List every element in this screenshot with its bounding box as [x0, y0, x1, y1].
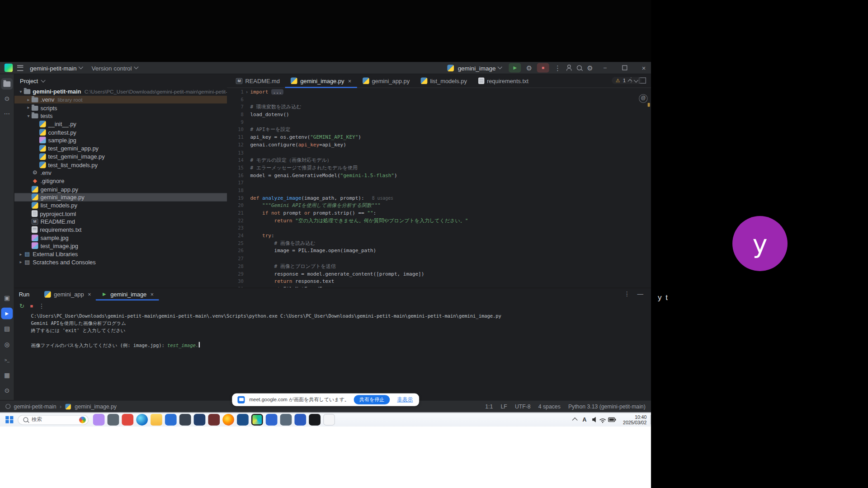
- more-actions-icon[interactable]: ⋮: [554, 65, 561, 71]
- project-panel-header[interactable]: Project: [14, 74, 227, 87]
- line-number[interactable]: 7: [229, 103, 244, 111]
- line-number[interactable]: 20: [229, 202, 244, 210]
- editor-tab-README.md[interactable]: MREADME.md: [230, 74, 285, 87]
- line-number[interactable]: 8: [229, 111, 244, 119]
- taskbar-word-icon[interactable]: [294, 414, 306, 426]
- taskbar-steam-icon[interactable]: [237, 414, 249, 426]
- taskbar-search[interactable]: 検索: [18, 415, 89, 425]
- tree-item-.gitignore[interactable]: ◆.gitignore: [14, 177, 227, 185]
- line-number[interactable]: 21: [229, 210, 244, 217]
- line-number[interactable]: 27: [229, 255, 244, 263]
- tree-chevron-icon[interactable]: ▸: [25, 105, 31, 110]
- line-number[interactable]: 24: [229, 232, 244, 240]
- tree-item-conftest.py[interactable]: conftest.py: [14, 128, 227, 136]
- taskbar-outlook-icon[interactable]: [165, 414, 177, 426]
- tray-status-icons[interactable]: [592, 416, 618, 423]
- console-line[interactable]: 終了するには 'exit' と入力してください: [31, 327, 651, 334]
- console-line[interactable]: C:\Users\PC_User\Downloads\gemini-petit-…: [31, 313, 651, 320]
- line-number[interactable]: 22: [229, 217, 244, 225]
- tree-item-Scratches and Consoles[interactable]: ▸▤Scratches and Consoles: [14, 258, 227, 266]
- editor-tab-gemini_image.py[interactable]: gemini_image.py×: [285, 74, 357, 87]
- taskbar-task-view-icon[interactable]: [108, 414, 119, 426]
- taskbar-github-desktop-icon[interactable]: [208, 414, 220, 426]
- taskbar-clock[interactable]: 10:40 2025/03/02: [623, 414, 646, 425]
- code-line[interactable]: 20 """Gemini APIを使用して画像を分析する関数""": [227, 202, 651, 210]
- tree-item-README.md[interactable]: MREADME.md: [14, 217, 227, 225]
- taskbar-copilot-icon[interactable]: [93, 414, 105, 426]
- tool-run-button[interactable]: ▶: [1, 308, 13, 319]
- search-everywhere-icon[interactable]: [577, 65, 582, 70]
- line-number[interactable]: 23: [229, 225, 244, 233]
- taskbar-file-explorer-icon[interactable]: [151, 414, 162, 426]
- tool-services-button[interactable]: ▤: [1, 323, 13, 335]
- tree-item-gemini_app.py[interactable]: gemini_app.py: [14, 185, 227, 193]
- tool-structure-button[interactable]: ▣: [1, 292, 13, 304]
- line-number[interactable]: 26: [229, 248, 244, 255]
- code-line[interactable]: 13: [227, 149, 651, 157]
- taskbar-docker-icon[interactable]: [266, 414, 278, 426]
- tool-problems-button[interactable]: ◎: [1, 338, 13, 350]
- inspections-widget[interactable]: ⚠ 1: [612, 77, 642, 84]
- tool-project-button[interactable]: [1, 78, 13, 90]
- tree-chevron-icon[interactable]: ▾: [25, 113, 31, 118]
- line-number[interactable]: 18: [229, 187, 244, 195]
- code-line[interactable]: 27: [227, 255, 651, 263]
- line-number[interactable]: 17: [229, 179, 244, 187]
- line-number[interactable]: 29: [229, 270, 244, 278]
- run-panel-options-icon[interactable]: ⋮: [624, 291, 630, 298]
- close-tab-icon[interactable]: ×: [151, 291, 154, 297]
- close-tab-icon[interactable]: ×: [88, 291, 91, 297]
- tree-chevron-icon[interactable]: ▾: [18, 89, 24, 94]
- stop-sharing-button[interactable]: 共有を停止: [354, 395, 390, 404]
- taskbar-firefox-icon[interactable]: [222, 414, 234, 426]
- taskbar-kindle-icon[interactable]: [309, 414, 321, 426]
- tree-chevron-icon[interactable]: ▸: [18, 252, 24, 257]
- run-tab-gemini_image[interactable]: ▶gemini_image×: [96, 288, 159, 300]
- code-line[interactable]: 24 try:: [227, 232, 651, 240]
- line-number[interactable]: 12: [229, 141, 244, 149]
- taskbar-app-red-icon[interactable]: [122, 414, 133, 426]
- tree-chevron-icon[interactable]: ▸: [25, 97, 31, 102]
- code-line[interactable]: 23: [227, 225, 651, 233]
- code-line[interactable]: 7# 環境変数を読み込む: [227, 103, 651, 111]
- taskbar-visual-studio-icon[interactable]: [280, 414, 292, 426]
- code-line[interactable]: 12genai.configure(api_key=api_key): [227, 141, 651, 149]
- close-button[interactable]: ×: [637, 62, 651, 74]
- run-button[interactable]: ▶: [509, 63, 521, 73]
- tree-item-.env[interactable]: ⚙.env: [14, 169, 227, 177]
- console-line[interactable]: Gemini APIを使用した画像分析プログラム: [31, 320, 651, 327]
- tool-packages-button[interactable]: ▦: [1, 370, 13, 381]
- taskbar-notepad-icon[interactable]: [323, 414, 335, 426]
- code-line[interactable]: 17: [227, 179, 651, 187]
- tree-item-scripts[interactable]: ▸scripts: [14, 103, 227, 112]
- editor-tab-gemini_app.py[interactable]: gemini_app.py: [357, 74, 415, 87]
- line-number[interactable]: 19: [229, 195, 244, 202]
- tree-chevron-icon[interactable]: ▸: [18, 260, 24, 265]
- usages-inlay-hint[interactable]: 8 usages: [372, 196, 393, 201]
- code-line[interactable]: 14# モデルの設定（画像対応モデル）: [227, 157, 651, 164]
- warning-stripe-mark[interactable]: [648, 103, 650, 107]
- vcs-widget[interactable]: Version control: [90, 63, 140, 72]
- main-menu-icon[interactable]: [17, 65, 23, 70]
- run-tab-gemini_app[interactable]: gemini_app×: [39, 288, 96, 300]
- taskbar-store-icon[interactable]: [194, 414, 206, 426]
- code-line[interactable]: 15# エラーメッセージで推奨されたモデルを使用: [227, 164, 651, 172]
- tree-item-__init__.py[interactable]: __init__.py: [14, 120, 227, 128]
- maximize-button[interactable]: [617, 62, 632, 74]
- hide-panel-icon[interactable]: —: [637, 291, 643, 297]
- line-number[interactable]: 11: [229, 134, 244, 141]
- user-account-icon[interactable]: [566, 65, 572, 70]
- line-number[interactable]: 25: [229, 240, 244, 248]
- code-line[interactable]: 26 image = PIL.Image.open(image_path): [227, 248, 651, 255]
- tool-notifications-button[interactable]: ⊙: [1, 385, 13, 397]
- next-problem-icon[interactable]: [634, 78, 638, 82]
- taskbar-edge-icon[interactable]: [136, 414, 148, 426]
- tree-item-sample.jpg[interactable]: sample.jpg: [14, 136, 227, 144]
- tree-item-gemini_image.py[interactable]: gemini_image.py: [14, 193, 227, 201]
- status-widget[interactable]: Python 3.13 (gemini-petit-main): [568, 404, 646, 409]
- code-line[interactable]: 10# APIキーを設定: [227, 127, 651, 134]
- console-line[interactable]: 画像ファイルのパスを入力してください (例: image.jpg): test_…: [31, 342, 651, 349]
- editor-tab-requirements.txt[interactable]: requirements.txt: [472, 74, 534, 87]
- tree-item-test_gemini_image.py[interactable]: test_gemini_image.py: [14, 152, 227, 160]
- rerun-icon[interactable]: ↻: [19, 302, 24, 310]
